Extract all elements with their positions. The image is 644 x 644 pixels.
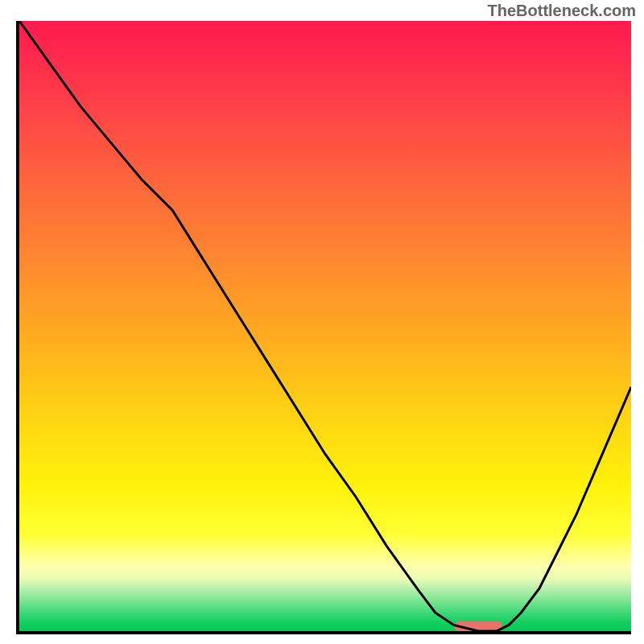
bottleneck-curve <box>19 21 631 631</box>
chart-container: TheBottleneck.com <box>0 0 644 644</box>
plot-area <box>16 21 631 634</box>
curve-path <box>19 21 631 631</box>
watermark-label: TheBottleneck.com <box>488 2 636 20</box>
